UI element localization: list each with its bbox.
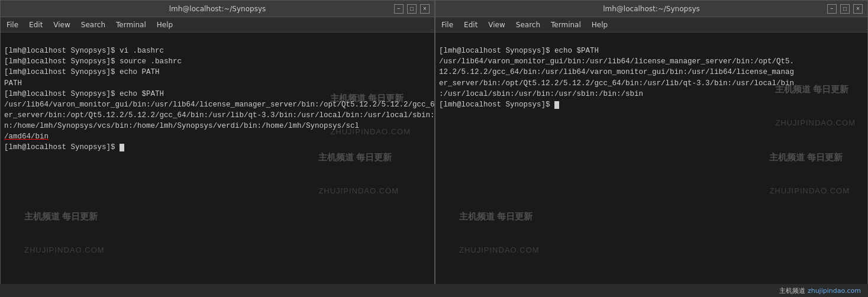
bottom-bar-label: 主机频道 — [779, 286, 805, 295]
left-menu-terminal[interactable]: Terminal — [112, 20, 150, 30]
left-terminal-window: lmh@localhost:~/Synopsys − □ × File Edit… — [0, 0, 435, 290]
right-watermark-zh-2: 主机频道 每日更新 — [769, 151, 850, 164]
right-watermark-en-1: ZHUJIPINDAO.COM — [775, 118, 856, 129]
right-line-1: [lmh@localhost Synopsys]$ echo $PATH — [439, 47, 599, 55]
left-terminal-content[interactable]: [lmh@localhost Synopsys]$ vi .bashrc [lm… — [1, 33, 434, 289]
right-terminal-content[interactable]: [lmh@localhost Synopsys]$ echo $PATH /us… — [435, 33, 867, 289]
left-watermark-zh-3: 主机频道 每日更新 — [24, 211, 105, 224]
right-menu-help[interactable]: Help — [588, 20, 611, 30]
right-menu-terminal[interactable]: Terminal — [547, 20, 585, 30]
left-line-3: [lmh@localhost Synopsys]$ echo PATH — [4, 68, 160, 76]
left-menu-bar: File Edit View Search Terminal Help — [1, 17, 434, 33]
left-watermark-zh-2: 主机频道 每日更新 — [318, 151, 399, 164]
right-cursor — [554, 101, 559, 109]
right-minimize-button[interactable]: − — [827, 4, 837, 14]
left-close-button[interactable]: × — [420, 4, 430, 14]
right-menu-view[interactable]: View — [485, 20, 508, 30]
right-watermark-mid: 主机频道 每日更新 ZHUJIPINDAO.COM — [769, 130, 850, 218]
left-line-7: er_server/bin:/opt/Qt5.12.2/5.12.2/gcc_6… — [4, 111, 434, 120]
right-line-2: /usr/lib64/varon_monitor_gui/bin:/usr/li… — [439, 57, 794, 66]
bottom-bar: 主机频道 zhujipindao.com — [0, 284, 868, 297]
left-watermark-bot: 主机频道 每日更新 ZHUJIPINDAO.COM — [24, 189, 105, 277]
left-watermark-en-2: ZHUJIPINDAO.COM — [318, 186, 399, 197]
right-terminal-window: lmh@localhost:~/Synopsys − □ × File Edit… — [435, 0, 868, 290]
left-line-2: [lmh@localhost Synopsys]$ source .bashrc — [4, 57, 182, 66]
right-watermark-en-2: ZHUJIPINDAO.COM — [769, 186, 850, 197]
right-window-controls: − □ × — [827, 4, 863, 14]
right-title-bar: lmh@localhost:~/Synopsys − □ × — [435, 1, 867, 17]
right-menu-search[interactable]: Search — [512, 20, 544, 30]
right-line-6: [lmh@localhost Synopsys]$ — [439, 101, 559, 109]
right-menu-file[interactable]: File — [438, 20, 457, 30]
left-watermark-en-3: ZHUJIPINDAO.COM — [24, 245, 105, 256]
left-line-9: /amd64/bin — [4, 133, 49, 141]
right-watermark-bot: 主机频道 每日更新 ZHUJIPINDAO.COM — [459, 189, 540, 277]
left-cursor — [120, 144, 124, 151]
left-line-6: /usr/lib64/varon_monitor_gui/bin:/usr/li… — [4, 101, 434, 109]
right-menu-edit[interactable]: Edit — [460, 20, 481, 30]
left-window-controls: − □ × — [394, 4, 430, 14]
left-watermark-mid: 主机频道 每日更新 ZHUJIPINDAO.COM — [318, 130, 399, 218]
left-line-4: PATH — [4, 79, 22, 88]
right-watermark-zh-3: 主机频道 每日更新 — [459, 211, 540, 224]
left-line-5: [lmh@localhost Synopsys]$ echo $PATH — [4, 90, 164, 98]
right-line-5: :/usr/local/sbin:/usr/bin:/usr/sbin:/bin… — [439, 90, 643, 98]
right-maximize-button[interactable]: □ — [840, 4, 850, 14]
left-menu-file[interactable]: File — [3, 20, 22, 30]
left-line-1: [lmh@localhost Synopsys]$ vi .bashrc — [4, 47, 164, 55]
left-menu-search[interactable]: Search — [78, 20, 109, 30]
right-line-3: 12.2/5.12.2/gcc_64/bin:/usr/lib64/varon_… — [439, 68, 794, 76]
left-title-bar: lmh@localhost:~/Synopsys − □ × — [1, 1, 434, 17]
left-title: lmh@localhost:~/Synopsys — [41, 5, 394, 13]
left-maximize-button[interactable]: □ — [407, 4, 417, 14]
left-menu-help[interactable]: Help — [153, 20, 176, 30]
right-watermark-en-3: ZHUJIPINDAO.COM — [459, 245, 540, 256]
desktop: lmh@localhost:~/Synopsys − □ × File Edit… — [0, 0, 868, 297]
left-line-8: n:/home/lmh/Synopsys/vcs/bin:/home/lmh/S… — [4, 122, 359, 130]
right-close-button[interactable]: × — [853, 4, 863, 14]
right-menu-bar: File Edit View Search Terminal Help — [435, 17, 867, 33]
right-line-4: er_server/bin:/opt/Qt5.12.2/5.12.2/gcc_6… — [439, 79, 794, 88]
left-line-10: [lmh@localhost Synopsys]$ — [4, 143, 124, 151]
left-minimize-button[interactable]: − — [394, 4, 404, 14]
bottom-bar-link[interactable]: zhujipindao.com — [808, 287, 861, 295]
left-menu-view[interactable]: View — [50, 20, 73, 30]
left-menu-edit[interactable]: Edit — [25, 20, 46, 30]
right-title: lmh@localhost:~/Synopsys — [476, 5, 827, 13]
